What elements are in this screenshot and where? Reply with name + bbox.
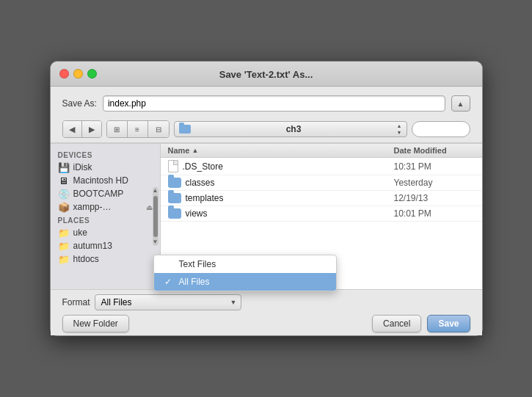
file-date-cell: 10:31 PM — [394, 161, 475, 172]
eject-icon: ⏏ — [146, 203, 153, 211]
current-folder: ch3 — [194, 124, 394, 134]
bootcamp-label: BOOTCAMP — [73, 189, 124, 199]
scrollbar-down-icon[interactable]: ▼ — [153, 238, 158, 246]
icon-view-button[interactable]: ⊞ — [107, 121, 128, 137]
file-name-cell: templates — [168, 193, 394, 203]
folder-icon — [168, 208, 181, 219]
file-name-label: templates — [186, 193, 224, 203]
format-option-label: All Files — [179, 277, 210, 287]
right-button-group: Cancel Save — [372, 315, 470, 332]
dialog-title: Save 'Text-2.txt' As... — [219, 69, 313, 80]
file-name-label: classes — [186, 178, 215, 188]
sidebar-item-macintosh-hd[interactable]: 🖥 Macintosh HD — [51, 174, 160, 187]
check-icon — [164, 259, 175, 269]
maximize-button[interactable] — [87, 69, 97, 79]
stepper-down-icon: ▼ — [397, 129, 402, 136]
table-row[interactable]: classes Yesterday — [161, 175, 482, 191]
format-selected-value: All Files — [101, 297, 132, 307]
xampp-icon: 📦 — [58, 202, 70, 212]
uke-label: uke — [73, 227, 87, 238]
file-date-cell: Yesterday — [394, 178, 475, 188]
format-selector[interactable]: All Files — [95, 294, 241, 310]
scrollbar-up-icon[interactable]: ▲ — [153, 187, 158, 194]
stepper-up-icon: ▲ — [397, 123, 402, 129]
name-column-header: Name ▲ — [168, 146, 394, 155]
folder-icon — [179, 125, 191, 134]
format-option-label: Text Files — [179, 259, 216, 269]
format-option-text-files[interactable]: Text Files — [154, 255, 336, 273]
file-name-cell: .DS_Store — [168, 160, 394, 172]
new-folder-button[interactable]: New Folder — [62, 315, 129, 332]
htdocs-folder-icon: 📁 — [58, 254, 70, 264]
format-option-all-files[interactable]: ✓ All Files — [154, 273, 336, 291]
file-name-label: views — [186, 208, 208, 219]
expand-button[interactable]: ▲ — [451, 95, 470, 112]
column-view-button[interactable]: ⊟ — [148, 121, 169, 137]
toolbar-row: ◀ ▶ ⊞ ≡ ⊟ ch3 ▲ ▼ 🔍 — [51, 117, 482, 143]
table-row[interactable]: .DS_Store 10:31 PM — [161, 158, 482, 175]
traffic-lights — [59, 69, 97, 79]
file-name-label: .DS_Store — [183, 161, 223, 172]
cancel-button[interactable]: Cancel — [372, 315, 421, 332]
macintosh-hd-icon: 🖥 — [58, 175, 70, 186]
folder-stepper[interactable]: ▲ ▼ — [397, 123, 402, 136]
save-dialog: Save 'Text-2.txt' As... Save As: ▲ ◀ ▶ ⊞… — [50, 61, 483, 336]
file-date-cell: 10:01 PM — [394, 208, 475, 219]
save-as-row: Save As: ▲ — [51, 87, 482, 117]
sidebar-item-bootcamp[interactable]: 💿 BOOTCAMP — [51, 187, 160, 200]
sidebar-item-xampp[interactable]: 📦 xampp-… ⏏ — [51, 200, 160, 214]
folder-icon — [168, 178, 181, 188]
minimize-button[interactable] — [73, 69, 83, 79]
xampp-label: xampp-… — [73, 202, 112, 212]
list-view-button[interactable]: ≡ — [128, 121, 148, 137]
autumn13-label: autumn13 — [73, 241, 112, 251]
file-name-cell: views — [168, 208, 394, 219]
search-input[interactable] — [412, 121, 470, 137]
idisk-label: iDisk — [73, 162, 92, 172]
close-button[interactable] — [59, 69, 69, 79]
save-as-input[interactable] — [103, 95, 445, 112]
forward-button[interactable]: ▶ — [82, 121, 101, 137]
bottom-bar: Text Files ✓ All Files Format All Files … — [51, 290, 482, 335]
search-wrapper: 🔍 — [412, 121, 470, 137]
file-list-header: Name ▲ Date Modified — [161, 144, 482, 158]
idisk-icon: 💾 — [58, 162, 70, 172]
format-selector-wrapper: All Files ▼ — [95, 294, 241, 310]
bootcamp-icon: 💿 — [58, 189, 70, 199]
sidebar-item-autumn13[interactable]: 📁 autumn13 — [51, 239, 160, 252]
format-row: Format All Files ▼ — [62, 294, 470, 310]
places-header: PLACES — [51, 214, 160, 226]
doc-icon — [168, 160, 178, 172]
file-date-cell: 12/19/13 — [394, 193, 475, 203]
format-dropdown[interactable]: Text Files ✓ All Files — [153, 255, 337, 291]
date-column-header: Date Modified — [394, 146, 475, 155]
htdocs-label: htdocs — [73, 254, 99, 264]
check-icon: ✓ — [164, 277, 175, 287]
save-button[interactable]: Save — [427, 315, 470, 332]
sidebar-scrollbar[interactable]: ▲ ▼ — [153, 187, 158, 246]
table-row[interactable]: views 10:01 PM — [161, 206, 482, 222]
view-button-group: ⊞ ≡ ⊟ — [106, 120, 170, 138]
file-name-cell: classes — [168, 178, 394, 188]
scrollbar-thumb[interactable] — [153, 196, 158, 237]
sidebar-item-uke[interactable]: 📁 uke — [51, 226, 160, 239]
back-button[interactable]: ◀ — [63, 121, 82, 137]
save-as-label: Save As: — [62, 98, 97, 109]
devices-header: DEVICES — [51, 148, 160, 161]
autumn13-folder-icon: 📁 — [58, 241, 70, 251]
nav-button-group: ◀ ▶ — [62, 120, 102, 138]
sidebar-item-htdocs[interactable]: 📁 htdocs — [51, 252, 160, 266]
format-label: Format — [62, 297, 90, 307]
title-bar: Save 'Text-2.txt' As... — [51, 62, 482, 87]
sidebar: DEVICES 💾 iDisk 🖥 Macintosh HD 💿 BOOTCAM… — [51, 144, 161, 289]
folder-selector[interactable]: ch3 ▲ ▼ — [174, 121, 407, 137]
actions-row: New Folder Cancel Save — [62, 315, 470, 332]
macintosh-hd-label: Macintosh HD — [73, 175, 128, 186]
sidebar-item-idisk[interactable]: 💾 iDisk — [51, 161, 160, 174]
uke-folder-icon: 📁 — [58, 227, 70, 238]
folder-icon — [168, 193, 181, 203]
table-row[interactable]: templates 12/19/13 — [161, 191, 482, 206]
sort-arrow-icon: ▲ — [192, 147, 198, 154]
